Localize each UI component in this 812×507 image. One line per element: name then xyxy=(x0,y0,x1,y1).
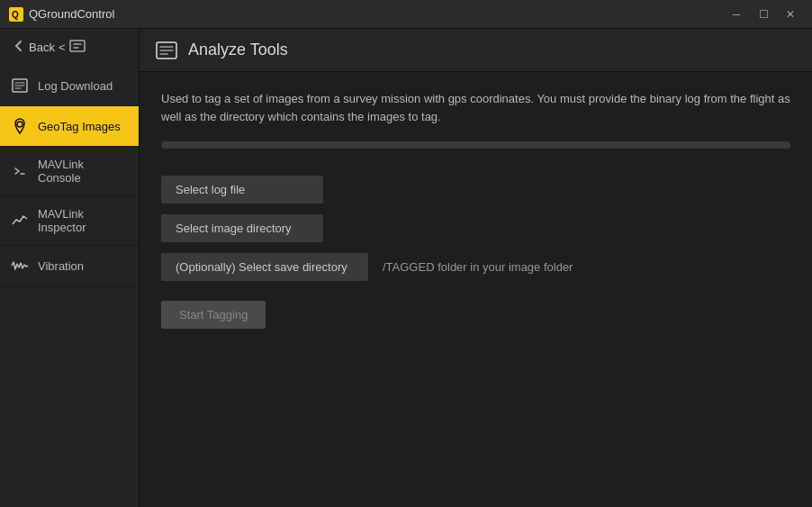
header-bar: Analyze Tools xyxy=(140,29,812,72)
select-save-directory-button[interactable]: (Optionally) Select save directory xyxy=(161,253,368,281)
window-controls: ─ ☐ ✕ xyxy=(724,5,803,24)
sidebar-item-log-download-label: Log Download xyxy=(38,79,113,93)
main-wrapper: Analyze Tools Used to tag a set of image… xyxy=(140,29,812,507)
svg-point-4 xyxy=(17,122,23,127)
back-label: Back xyxy=(29,41,55,54)
app-title: QGroundControl xyxy=(29,7,724,21)
sidebar-item-geotag-images[interactable]: GeoTag Images xyxy=(0,106,139,147)
save-directory-hint: /TAGGED folder in your image folder xyxy=(383,260,573,274)
geotag-icon xyxy=(11,117,29,135)
mavlink-console-icon xyxy=(11,162,29,180)
svg-text:Q: Q xyxy=(12,10,19,20)
svg-rect-2 xyxy=(70,41,85,51)
back-arrow-icon xyxy=(11,39,25,56)
sidebar-item-mavlink-inspector-label: MAVLink Inspector xyxy=(38,207,128,234)
content-area: Used to tag a set of images from a surve… xyxy=(140,72,812,507)
sidebar-item-geotag-label: GeoTag Images xyxy=(38,120,121,133)
progress-container xyxy=(161,141,790,149)
progress-bar-track xyxy=(161,141,790,149)
log-download-icon xyxy=(11,77,29,95)
app-body: Back < Log Download xyxy=(0,29,812,507)
sidebar-item-vibration-label: Vibration xyxy=(38,259,84,273)
header-icon xyxy=(69,38,86,57)
select-log-file-button[interactable]: Select log file xyxy=(161,176,323,204)
page-title: Analyze Tools xyxy=(188,41,288,59)
titlebar: Q QGroundControl ─ ☐ ✕ xyxy=(0,0,812,29)
sidebar-item-log-download[interactable]: Log Download xyxy=(0,66,139,106)
maximize-button[interactable]: ☐ xyxy=(751,5,776,24)
minimize-button[interactable]: ─ xyxy=(724,5,749,24)
mavlink-inspector-icon xyxy=(11,212,29,230)
sidebar: Back < Log Download xyxy=(0,29,140,507)
back-button[interactable]: Back < xyxy=(0,29,139,66)
sidebar-item-vibration[interactable]: Vibration xyxy=(0,246,139,286)
save-directory-row: (Optionally) Select save directory /TAGG… xyxy=(161,253,790,281)
description-text: Used to tag a set of images from a surve… xyxy=(161,90,790,125)
back-separator: < xyxy=(59,41,66,54)
sidebar-item-mavlink-console[interactable]: MAVLink Console xyxy=(0,147,139,196)
start-tagging-button[interactable]: Start Tagging xyxy=(161,301,266,329)
close-button[interactable]: ✕ xyxy=(778,5,803,24)
form-section: Select log file Select image directory (… xyxy=(161,176,790,329)
sidebar-item-mavlink-console-label: MAVLink Console xyxy=(38,158,128,185)
select-image-directory-button[interactable]: Select image directory xyxy=(161,214,323,242)
log-file-row: Select log file xyxy=(161,176,790,204)
sidebar-item-mavlink-inspector[interactable]: MAVLink Inspector xyxy=(0,196,139,246)
image-directory-row: Select image directory xyxy=(161,214,790,242)
vibration-icon xyxy=(11,257,29,275)
app-icon: Q xyxy=(9,7,23,22)
analyze-tools-icon xyxy=(154,38,179,63)
